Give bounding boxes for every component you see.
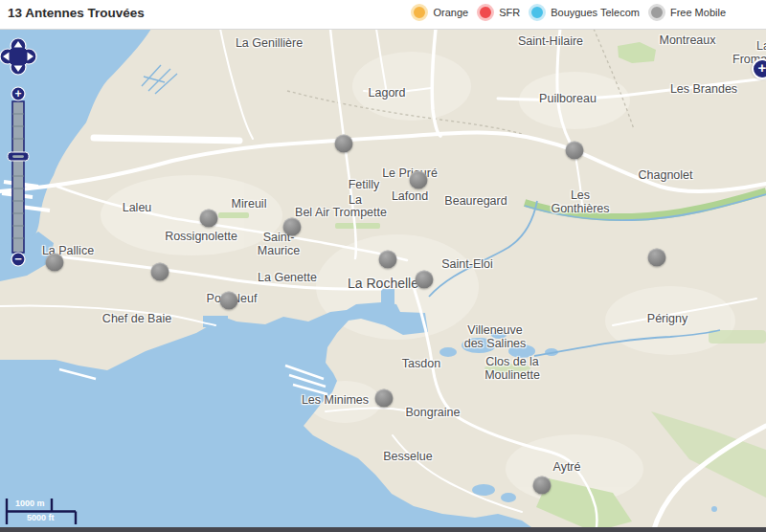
- operator-legend: Orange SFR Bouygues Telecom Free Mobile: [411, 4, 726, 21]
- legend-label: SFR: [499, 7, 520, 18]
- legend-item-free[interactable]: Free Mobile: [648, 4, 726, 21]
- antenna-marker[interactable]: [375, 389, 394, 408]
- antenna-marker[interactable]: [151, 263, 169, 281]
- antenna-marker[interactable]: [283, 218, 302, 236]
- zoom-slider-track: [12, 101, 24, 253]
- antenna-marker[interactable]: [200, 210, 218, 228]
- map-nav-control[interactable]: + −: [0, 34, 38, 274]
- header-bar: 13 Antennes Trouvées Orange SFR Bouygues…: [0, 0, 766, 30]
- free-dot-icon: [648, 4, 665, 21]
- bouygues-dot-icon: [529, 4, 546, 21]
- antenna-marker[interactable]: [648, 249, 666, 267]
- legend-label: Orange: [433, 7, 468, 18]
- scale-imperial-label: 5000 ft: [27, 513, 55, 522]
- scale-bar: 1000 m 5000 ft: [0, 493, 105, 531]
- page-title: 13 Antennes Trouvées: [8, 6, 145, 20]
- legend-label: Free Mobile: [670, 7, 726, 18]
- legend-item-sfr[interactable]: SFR: [477, 4, 520, 21]
- legend-item-orange[interactable]: Orange: [411, 4, 468, 21]
- zoom-out-icon: −: [14, 252, 22, 266]
- legend-item-bouygues[interactable]: Bouygues Telecom: [529, 4, 640, 21]
- bottom-attribution-strip: [0, 527, 766, 532]
- zoom-slider-handle: [8, 152, 29, 161]
- map-basemap: [0, 29, 766, 532]
- legend-label: Bouygues Telecom: [551, 7, 640, 18]
- expand-map-button[interactable]: +: [752, 58, 766, 79]
- scale-metric-label: 1000 m: [15, 499, 45, 508]
- antenna-marker[interactable]: [379, 251, 397, 269]
- antenna-map-app: 13 Antennes Trouvées Orange SFR Bouygues…: [0, 0, 766, 532]
- orange-dot-icon: [411, 4, 428, 21]
- antenna-marker[interactable]: [533, 477, 552, 495]
- antenna-marker[interactable]: [410, 171, 428, 189]
- sfr-dot-icon: [477, 4, 494, 21]
- antenna-marker[interactable]: [46, 254, 64, 272]
- antenna-marker[interactable]: [335, 135, 353, 153]
- zoom-in-icon: +: [14, 87, 21, 100]
- antenna-marker[interactable]: [220, 292, 238, 310]
- map-canvas[interactable]: [0, 29, 766, 532]
- antenna-marker[interactable]: [416, 271, 434, 289]
- antenna-marker[interactable]: [566, 142, 584, 160]
